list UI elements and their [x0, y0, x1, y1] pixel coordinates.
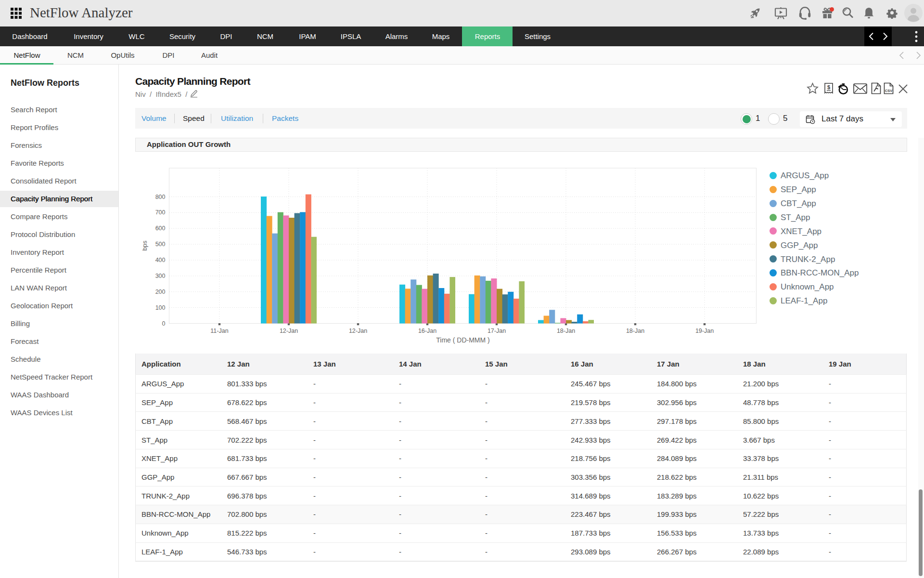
svg-text:17-Jan: 17-Jan	[488, 328, 506, 334]
svg-text:bps: bps	[141, 240, 148, 250]
svg-text:700: 700	[155, 209, 166, 216]
svg-text:100: 100	[155, 304, 166, 311]
svg-text:800: 800	[155, 194, 166, 200]
svg-text:CSV: CSV	[885, 89, 892, 93]
svg-text:12-Jan: 12-Jan	[280, 328, 298, 334]
svg-text:19-Jan: 19-Jan	[695, 328, 714, 334]
svg-text:500: 500	[155, 241, 166, 248]
svg-text:200: 200	[155, 289, 166, 295]
svg-text:18-Jan: 18-Jan	[626, 328, 644, 334]
svg-text:12-Jan: 12-Jan	[349, 328, 367, 334]
svg-text:16-Jan: 16-Jan	[418, 328, 436, 334]
svg-text:0: 0	[162, 320, 166, 327]
svg-text:600: 600	[155, 225, 166, 232]
svg-text:18-Jan: 18-Jan	[557, 328, 575, 334]
svg-text:11-Jan: 11-Jan	[210, 328, 228, 334]
svg-text:Time ( DD-MMM ): Time ( DD-MMM )	[436, 336, 489, 344]
svg-text:$: $	[827, 84, 830, 90]
svg-text:300: 300	[155, 273, 166, 279]
svg-text:400: 400	[155, 257, 166, 263]
